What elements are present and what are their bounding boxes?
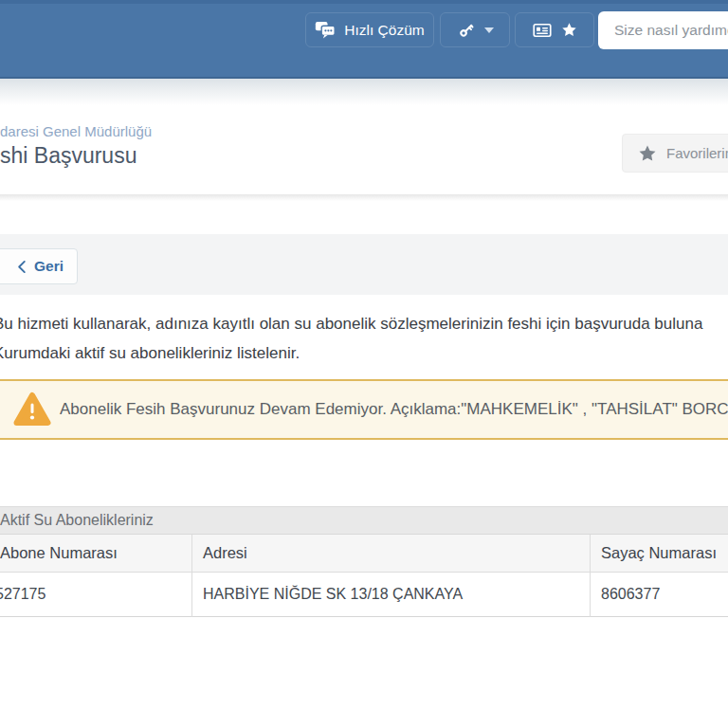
- chevron-down-icon: [484, 27, 494, 33]
- quick-solution-label: Hızlı Çözüm: [344, 22, 424, 39]
- table-row: 527175 HARBİYE NİĞDE SK 13/18 ÇANKAYA 86…: [0, 573, 728, 617]
- add-to-favorites-button[interactable]: Favorilerime: [622, 134, 728, 173]
- warning-message: Abonelik Fesih Başvurunuz Devam Edemiyor…: [60, 381, 728, 438]
- favorite-star-icon: [638, 144, 657, 163]
- table-header-row: Abone Numarası Adresi Sayaç Numarası: [0, 535, 728, 573]
- toolbar-band: [0, 234, 728, 295]
- column-divider-2: [590, 535, 591, 617]
- star-icon: [561, 22, 577, 38]
- profile-favorites-button[interactable]: [515, 12, 594, 47]
- service-description-line1: Bu hizmeti kullanarak, adınıza kayıtlı o…: [0, 309, 702, 338]
- chat-bubbles-icon: [315, 21, 336, 39]
- warning-triangle-icon: [13, 391, 51, 428]
- title-bottom-shadow: [0, 194, 728, 201]
- service-description: Bu hizmeti kullanarak, adınıza kayıtlı o…: [0, 309, 702, 368]
- table-title-bar: Aktif Su Abonelikleriniz: [0, 506, 728, 535]
- column-header-abone-numarasi: Abone Numarası: [0, 535, 118, 572]
- cell-adresi: HARBİYE NİĞDE SK 13/18 ÇANKAYA: [203, 573, 463, 616]
- header-gradient-strip: [0, 79, 728, 105]
- id-card-icon: [532, 21, 553, 40]
- top-navigation-bar: Hızlı Çözüm: [0, 0, 728, 79]
- service-description-line2: Kurumdaki aktif su abonelikleriniz liste…: [0, 338, 702, 368]
- warning-banner: Abonelik Fesih Başvurunuz Devam Edemiyor…: [0, 379, 728, 440]
- services-dropdown-button[interactable]: [440, 12, 510, 47]
- page-title: shi Başvurusu: [0, 143, 136, 169]
- chevron-left-icon: [17, 260, 27, 274]
- page: Hızlı Çözüm: [0, 0, 728, 728]
- table-title: Aktif Su Abonelikleriniz: [0, 507, 154, 534]
- column-header-sayac-numarasi: Sayaç Numarası: [601, 535, 717, 572]
- cell-abone-numarasi: 527175: [0, 573, 46, 616]
- add-to-favorites-label: Favorilerime: [666, 145, 728, 161]
- key-icon: [457, 21, 476, 40]
- institution-link[interactable]: daresi Genel Müdürlüğü: [0, 123, 152, 139]
- cell-sayac-numarasi: 8606377: [601, 573, 660, 616]
- back-button[interactable]: Geri: [0, 248, 78, 284]
- search-input[interactable]: [598, 11, 728, 49]
- quick-solution-button[interactable]: Hızlı Çözüm: [305, 12, 434, 47]
- column-header-adresi: Adresi: [203, 535, 247, 572]
- back-button-label: Geri: [34, 258, 64, 275]
- column-divider-1: [191, 535, 192, 617]
